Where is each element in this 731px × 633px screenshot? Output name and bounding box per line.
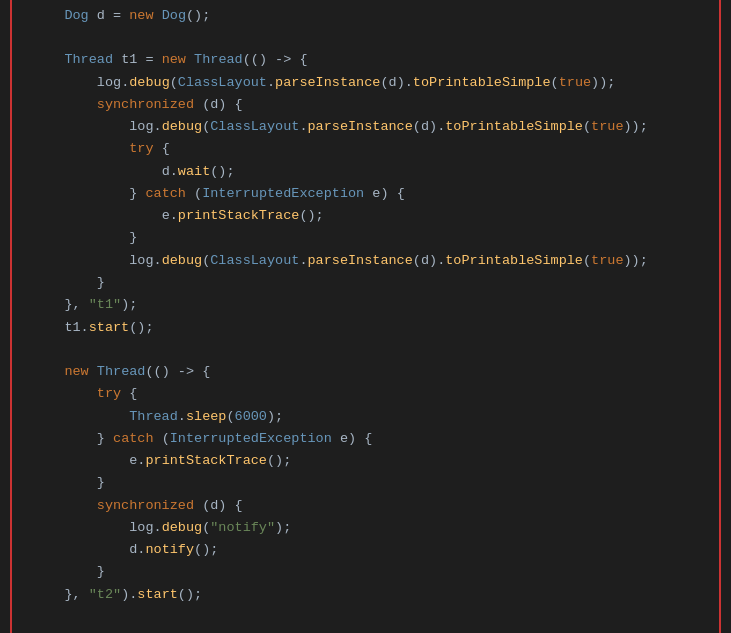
code-block: public static void main(String[] args) t…	[32, 0, 699, 633]
code-container: public static void main(String[] args) t…	[10, 0, 721, 633]
